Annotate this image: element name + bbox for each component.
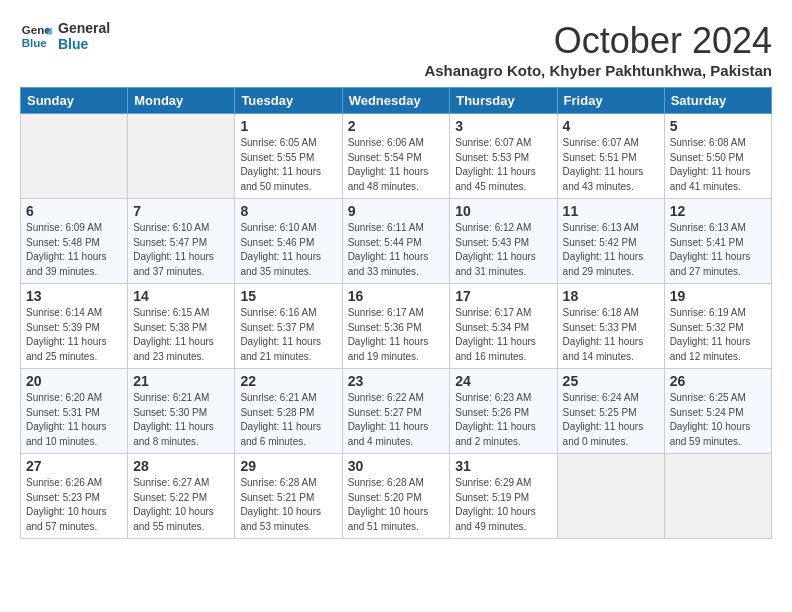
day-info: Sunrise: 6:28 AM Sunset: 5:21 PM Dayligh… [240, 476, 336, 534]
calendar-cell: 31Sunrise: 6:29 AM Sunset: 5:19 PM Dayli… [450, 454, 557, 539]
calendar-cell: 23Sunrise: 6:22 AM Sunset: 5:27 PM Dayli… [342, 369, 450, 454]
calendar-week-row: 1Sunrise: 6:05 AM Sunset: 5:55 PM Daylig… [21, 114, 772, 199]
logo-icon: General Blue [20, 20, 52, 52]
calendar-cell: 1Sunrise: 6:05 AM Sunset: 5:55 PM Daylig… [235, 114, 342, 199]
day-number: 4 [563, 118, 659, 134]
day-number: 2 [348, 118, 445, 134]
calendar-header-row: SundayMondayTuesdayWednesdayThursdayFrid… [21, 88, 772, 114]
logo-blue: Blue [58, 36, 110, 52]
day-number: 26 [670, 373, 766, 389]
calendar-table: SundayMondayTuesdayWednesdayThursdayFrid… [20, 87, 772, 539]
calendar-cell: 13Sunrise: 6:14 AM Sunset: 5:39 PM Dayli… [21, 284, 128, 369]
column-header-tuesday: Tuesday [235, 88, 342, 114]
day-number: 15 [240, 288, 336, 304]
logo-general: General [58, 20, 110, 36]
day-info: Sunrise: 6:24 AM Sunset: 5:25 PM Dayligh… [563, 391, 659, 449]
day-info: Sunrise: 6:05 AM Sunset: 5:55 PM Dayligh… [240, 136, 336, 194]
day-info: Sunrise: 6:16 AM Sunset: 5:37 PM Dayligh… [240, 306, 336, 364]
day-number: 30 [348, 458, 445, 474]
calendar-cell: 16Sunrise: 6:17 AM Sunset: 5:36 PM Dayli… [342, 284, 450, 369]
day-info: Sunrise: 6:10 AM Sunset: 5:46 PM Dayligh… [240, 221, 336, 279]
page-header: General Blue General Blue October 2024 A… [20, 20, 772, 79]
day-number: 7 [133, 203, 229, 219]
day-info: Sunrise: 6:18 AM Sunset: 5:33 PM Dayligh… [563, 306, 659, 364]
day-info: Sunrise: 6:29 AM Sunset: 5:19 PM Dayligh… [455, 476, 551, 534]
calendar-cell: 30Sunrise: 6:28 AM Sunset: 5:20 PM Dayli… [342, 454, 450, 539]
calendar-cell: 22Sunrise: 6:21 AM Sunset: 5:28 PM Dayli… [235, 369, 342, 454]
day-info: Sunrise: 6:19 AM Sunset: 5:32 PM Dayligh… [670, 306, 766, 364]
calendar-cell: 2Sunrise: 6:06 AM Sunset: 5:54 PM Daylig… [342, 114, 450, 199]
day-info: Sunrise: 6:23 AM Sunset: 5:26 PM Dayligh… [455, 391, 551, 449]
day-number: 22 [240, 373, 336, 389]
calendar-cell: 26Sunrise: 6:25 AM Sunset: 5:24 PM Dayli… [664, 369, 771, 454]
calendar-cell: 14Sunrise: 6:15 AM Sunset: 5:38 PM Dayli… [128, 284, 235, 369]
day-number: 12 [670, 203, 766, 219]
day-info: Sunrise: 6:06 AM Sunset: 5:54 PM Dayligh… [348, 136, 445, 194]
day-info: Sunrise: 6:11 AM Sunset: 5:44 PM Dayligh… [348, 221, 445, 279]
calendar-cell: 10Sunrise: 6:12 AM Sunset: 5:43 PM Dayli… [450, 199, 557, 284]
column-header-monday: Monday [128, 88, 235, 114]
day-number: 16 [348, 288, 445, 304]
day-info: Sunrise: 6:14 AM Sunset: 5:39 PM Dayligh… [26, 306, 122, 364]
calendar-cell: 24Sunrise: 6:23 AM Sunset: 5:26 PM Dayli… [450, 369, 557, 454]
day-number: 20 [26, 373, 122, 389]
day-info: Sunrise: 6:08 AM Sunset: 5:50 PM Dayligh… [670, 136, 766, 194]
svg-text:Blue: Blue [22, 37, 48, 49]
calendar-cell: 3Sunrise: 6:07 AM Sunset: 5:53 PM Daylig… [450, 114, 557, 199]
day-number: 13 [26, 288, 122, 304]
day-info: Sunrise: 6:13 AM Sunset: 5:41 PM Dayligh… [670, 221, 766, 279]
day-number: 29 [240, 458, 336, 474]
day-number: 6 [26, 203, 122, 219]
calendar-cell [128, 114, 235, 199]
day-number: 23 [348, 373, 445, 389]
day-info: Sunrise: 6:28 AM Sunset: 5:20 PM Dayligh… [348, 476, 445, 534]
day-info: Sunrise: 6:17 AM Sunset: 5:34 PM Dayligh… [455, 306, 551, 364]
calendar-week-row: 13Sunrise: 6:14 AM Sunset: 5:39 PM Dayli… [21, 284, 772, 369]
day-number: 10 [455, 203, 551, 219]
calendar-cell: 9Sunrise: 6:11 AM Sunset: 5:44 PM Daylig… [342, 199, 450, 284]
calendar-cell: 4Sunrise: 6:07 AM Sunset: 5:51 PM Daylig… [557, 114, 664, 199]
calendar-cell: 17Sunrise: 6:17 AM Sunset: 5:34 PM Dayli… [450, 284, 557, 369]
column-header-sunday: Sunday [21, 88, 128, 114]
day-info: Sunrise: 6:21 AM Sunset: 5:28 PM Dayligh… [240, 391, 336, 449]
calendar-cell: 15Sunrise: 6:16 AM Sunset: 5:37 PM Dayli… [235, 284, 342, 369]
calendar-cell: 25Sunrise: 6:24 AM Sunset: 5:25 PM Dayli… [557, 369, 664, 454]
day-number: 9 [348, 203, 445, 219]
day-number: 3 [455, 118, 551, 134]
calendar-week-row: 27Sunrise: 6:26 AM Sunset: 5:23 PM Dayli… [21, 454, 772, 539]
calendar-cell: 8Sunrise: 6:10 AM Sunset: 5:46 PM Daylig… [235, 199, 342, 284]
calendar-week-row: 20Sunrise: 6:20 AM Sunset: 5:31 PM Dayli… [21, 369, 772, 454]
calendar-cell: 29Sunrise: 6:28 AM Sunset: 5:21 PM Dayli… [235, 454, 342, 539]
day-info: Sunrise: 6:13 AM Sunset: 5:42 PM Dayligh… [563, 221, 659, 279]
calendar-cell: 18Sunrise: 6:18 AM Sunset: 5:33 PM Dayli… [557, 284, 664, 369]
day-number: 19 [670, 288, 766, 304]
day-number: 11 [563, 203, 659, 219]
calendar-cell: 7Sunrise: 6:10 AM Sunset: 5:47 PM Daylig… [128, 199, 235, 284]
column-header-friday: Friday [557, 88, 664, 114]
calendar-cell [557, 454, 664, 539]
day-number: 28 [133, 458, 229, 474]
day-info: Sunrise: 6:20 AM Sunset: 5:31 PM Dayligh… [26, 391, 122, 449]
day-number: 31 [455, 458, 551, 474]
calendar-week-row: 6Sunrise: 6:09 AM Sunset: 5:48 PM Daylig… [21, 199, 772, 284]
month-year-title: October 2024 [424, 20, 772, 62]
calendar-cell: 11Sunrise: 6:13 AM Sunset: 5:42 PM Dayli… [557, 199, 664, 284]
day-info: Sunrise: 6:26 AM Sunset: 5:23 PM Dayligh… [26, 476, 122, 534]
day-number: 24 [455, 373, 551, 389]
calendar-cell: 21Sunrise: 6:21 AM Sunset: 5:30 PM Dayli… [128, 369, 235, 454]
day-number: 14 [133, 288, 229, 304]
calendar-cell: 19Sunrise: 6:19 AM Sunset: 5:32 PM Dayli… [664, 284, 771, 369]
day-number: 21 [133, 373, 229, 389]
calendar-cell [21, 114, 128, 199]
day-number: 25 [563, 373, 659, 389]
calendar-cell: 6Sunrise: 6:09 AM Sunset: 5:48 PM Daylig… [21, 199, 128, 284]
day-info: Sunrise: 6:07 AM Sunset: 5:53 PM Dayligh… [455, 136, 551, 194]
calendar-cell: 12Sunrise: 6:13 AM Sunset: 5:41 PM Dayli… [664, 199, 771, 284]
calendar-cell [664, 454, 771, 539]
title-section: October 2024 Ashanagro Koto, Khyber Pakh… [424, 20, 772, 79]
day-info: Sunrise: 6:22 AM Sunset: 5:27 PM Dayligh… [348, 391, 445, 449]
day-number: 5 [670, 118, 766, 134]
day-info: Sunrise: 6:25 AM Sunset: 5:24 PM Dayligh… [670, 391, 766, 449]
column-header-thursday: Thursday [450, 88, 557, 114]
day-number: 1 [240, 118, 336, 134]
